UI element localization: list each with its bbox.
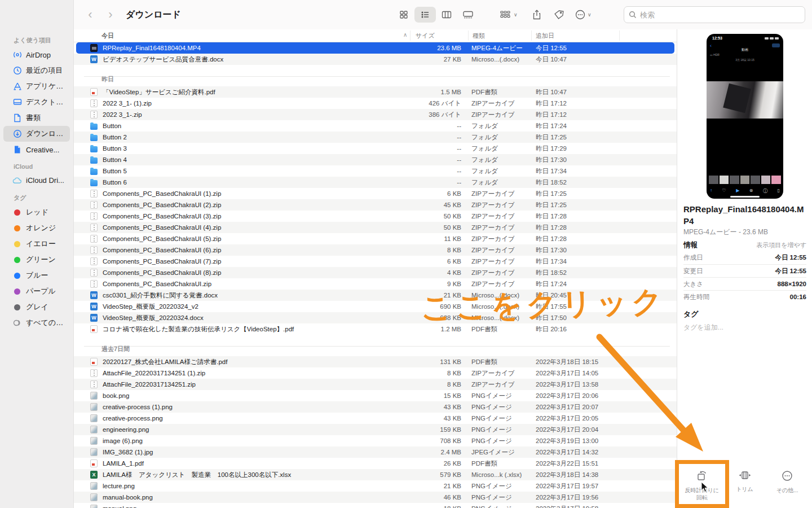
video-thumbnail[interactable]: 12:53 ‹ 動画3月 18日 10:15 ▭ HDR ↑♡▶⊗ⓘ▯ (707, 34, 783, 199)
sidebar-section-title: タグ (0, 188, 73, 204)
file-date: 2022年3月17日 19:57 (536, 482, 643, 491)
zip-file-icon (90, 201, 98, 209)
pdf-file-icon (90, 325, 98, 333)
back-chevron-icon[interactable]: ‹ (83, 7, 98, 23)
file-size: 6 KB (405, 258, 461, 265)
gallery-view-icon[interactable] (457, 7, 479, 23)
file-kind: PDF書類 (471, 459, 536, 468)
file-row[interactable]: Components_PC_BasedChakraUI (7).zip6 KBZ… (74, 256, 677, 267)
file-kind: ZIPアーカイブ (471, 212, 536, 221)
file-row[interactable]: Components_PC_BasedChakraUI (8).zip4 KBZ… (74, 267, 677, 278)
file-size: 386 バイト (405, 111, 461, 119)
file-name: 「VideoStep」サービスご紹介資料.pdf (103, 88, 405, 97)
file-date: 昨日 17:34 (536, 167, 643, 176)
sidebar-item[interactable]: イエロー (3, 236, 70, 252)
file-row[interactable]: Button 4--フォルダ昨日 17:30 (74, 154, 677, 165)
file-date: 昨日 17:28 (536, 224, 643, 232)
group-by-button[interactable]: ∨ (500, 7, 518, 23)
search-field[interactable] (624, 6, 805, 23)
column-divider[interactable] (619, 30, 620, 41)
file-row[interactable]: Button--フォルダ昨日 17:24 (74, 120, 677, 132)
sidebar-item[interactable]: オレンジ (3, 220, 70, 236)
file-name: Components_PC_BasedChakraUI (4).zip (103, 224, 405, 231)
sidebar-item[interactable]: iCloud Dri... (3, 172, 70, 188)
more-actions-button[interactable]: ∨ (575, 7, 592, 23)
info-field-label: 大きさ (683, 280, 703, 288)
file-size: 8 KB (405, 247, 461, 253)
file-row[interactable]: RPReplay_Final1648180404.MP423.6 MBMPEG-… (76, 42, 674, 54)
info-field-label: 再生時間 (683, 293, 709, 301)
pdf-file-icon (90, 459, 98, 467)
file-row[interactable]: 2022 3_1- (1).zip426 バイトZIPアーカイブ昨日 17:12 (74, 98, 677, 109)
sidebar-item[interactable]: レッド (3, 204, 70, 220)
file-row[interactable]: 2022 3_1-.zip386 バイトZIPアーカイブ昨日 17:12 (74, 109, 677, 120)
column-date-added[interactable]: 追加日 (536, 32, 554, 40)
image-file-icon (90, 437, 98, 445)
column-divider[interactable] (468, 30, 469, 41)
file-kind: JPEGイメージ (471, 448, 536, 457)
sidebar-item[interactable]: ブルー (3, 268, 70, 283)
file-row[interactable]: manual-book.png46 KBPNGイメージ2022年3月17日 19… (74, 492, 677, 503)
sidebar-item[interactable]: 最近の項目 (3, 63, 70, 78)
sidebar-item[interactable]: グリーン (3, 252, 70, 268)
file-row[interactable]: lecture.png21 KBPNGイメージ2022年3月17日 19:57 (74, 480, 677, 492)
sidebar-item[interactable]: すべてのタ… (3, 315, 70, 331)
word-file-icon (90, 291, 98, 299)
file-size: 159 KB (405, 426, 461, 433)
column-divider[interactable] (531, 30, 532, 41)
list-view-icon[interactable] (414, 7, 436, 23)
column-kind[interactable]: 種類 (473, 32, 485, 40)
sidebar-item[interactable]: デスクトップ (3, 94, 70, 110)
zip-file-icon (90, 235, 98, 243)
file-size: 15 KB (405, 392, 461, 399)
file-row[interactable]: manual.png18 KBPNGイメージ2022年3月17日 19:58 (74, 503, 677, 508)
file-row[interactable]: Components_PC_BasedChakraUI (6).zip8 KBZ… (74, 244, 677, 256)
file-kind: ZIPアーカイブ (471, 224, 536, 232)
file-row[interactable]: Button 2--フォルダ昨日 17:25 (74, 132, 677, 143)
info-field-value: 今日 12:55 (775, 253, 806, 262)
file-row[interactable]: LAMILA様 アタックリスト 製造業 100名以上300名以下.xlsx579… (74, 469, 677, 480)
sidebar-item[interactable]: アプリケー… (3, 78, 70, 94)
tag-button[interactable] (553, 7, 564, 23)
tag-dot-icon (12, 287, 22, 296)
column-size[interactable]: サイズ (416, 32, 435, 40)
sidebar-item[interactable]: グレイ (3, 299, 70, 315)
file-row[interactable]: 「VideoStep」サービスご紹介資料.pdf1.5 MBPDF書類昨日 10… (74, 86, 677, 98)
more-circle-action-button[interactable]: その他... (766, 470, 809, 501)
file-row[interactable]: Button 5--フォルダ昨日 17:34 (74, 165, 677, 177)
forward-chevron-icon[interactable]: › (103, 7, 118, 23)
sidebar-item[interactable]: パープル (3, 283, 70, 299)
grid-view-icon[interactable] (393, 7, 414, 23)
file-row[interactable]: Components_PC_BasedChakraUI (2).zip45 KB… (74, 199, 677, 211)
sidebar-item[interactable]: 書類 (3, 110, 70, 126)
sidebar-item[interactable]: Creative... (3, 142, 70, 157)
show-more-link[interactable]: 表示項目を増やす (756, 241, 806, 249)
search-input[interactable] (640, 11, 800, 19)
file-name: manual-book.png (103, 494, 405, 501)
tag-dot-icon (12, 208, 22, 217)
phone-edit-button (772, 43, 780, 47)
file-row[interactable]: Button 3--フォルダ昨日 17:29 (74, 143, 677, 154)
share-button[interactable] (532, 7, 542, 23)
file-size: -- (405, 156, 461, 163)
file-date: 昨日 17:25 (536, 190, 643, 198)
file-size: 50 KB (405, 224, 461, 231)
file-row[interactable]: Components_PC_BasedChakraUI (1).zip6 KBZ… (74, 188, 677, 199)
file-kind: フォルダ (471, 156, 536, 164)
column-divider[interactable] (410, 30, 411, 41)
file-row[interactable]: ビデオステップサービス品質合意書.docx27 KBMicroso...(.do… (74, 54, 677, 65)
sidebar-item[interactable]: AirDrop (3, 47, 70, 63)
trim-action-button[interactable]: トリム (723, 470, 766, 501)
sidebar-item-label: AirDrop (26, 51, 51, 59)
sidebar-item[interactable]: ダウンロード (3, 126, 70, 142)
file-row[interactable]: Components_PC_BasedChakraUI (3).zip50 KB… (74, 211, 677, 222)
video-frame (707, 81, 783, 119)
column-view-icon[interactable] (436, 7, 457, 23)
file-name: Components_PC_BasedChakraUI.zip (103, 281, 405, 287)
file-row[interactable]: Button 6--フォルダ昨日 18:52 (74, 177, 677, 188)
file-row[interactable]: Components_PC_BasedChakraUI (5).zip11 KB… (74, 233, 677, 244)
sort-caret-icon[interactable]: ∧ (403, 32, 407, 38)
file-row[interactable]: Components_PC_BasedChakraUI (4).zip50 KB… (74, 222, 677, 233)
file-name: Components_PC_BasedChakraUI (5).zip (103, 235, 405, 242)
file-name: LAMILA_1.pdf (103, 460, 405, 467)
